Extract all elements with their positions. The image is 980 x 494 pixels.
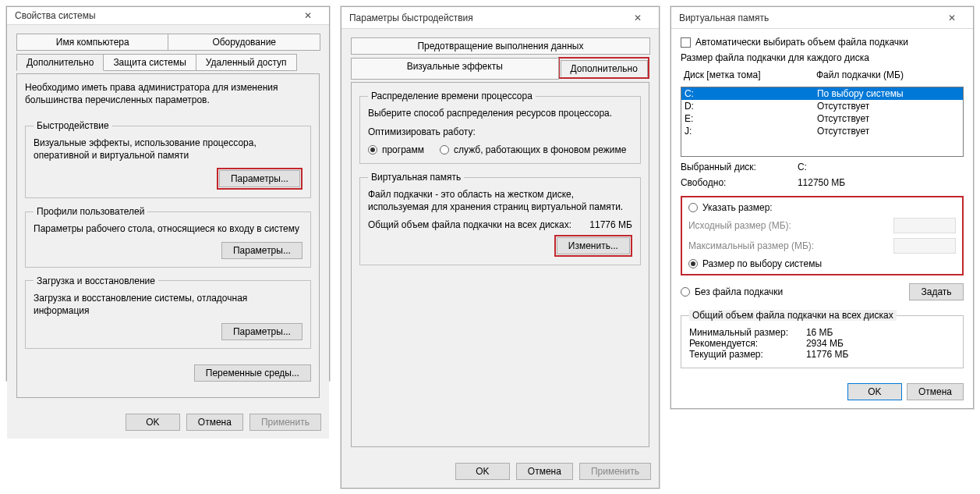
startup-desc: Загрузка и восстановление системы, отлад…: [34, 293, 302, 317]
cpu-scheduling-desc: Выберите способ распределения ресурсов п…: [368, 108, 632, 120]
total-pagefile-group: Общий объем файла подкачки на всех диска…: [681, 310, 964, 368]
auto-manage-checkbox[interactable]: Автоматически выбирать объем файла подка…: [681, 37, 964, 48]
max-size-input[interactable]: [893, 238, 956, 254]
tab-hardware[interactable]: Оборудование: [168, 34, 320, 51]
ok-button[interactable]: OK: [455, 463, 510, 480]
tabs-row-2: Визуальные эффекты Дополнительно: [351, 57, 649, 79]
auto-manage-label: Автоматически выбирать объем файла подка…: [695, 37, 908, 48]
set-button[interactable]: Задать: [909, 283, 964, 300]
tab-advanced[interactable]: Дополнительно: [16, 54, 104, 71]
tab-advanced[interactable]: Дополнительно: [561, 60, 648, 77]
radio-icon: [440, 145, 449, 155]
free-space-label: Свободно:: [681, 177, 798, 188]
window-title: Свойства системы: [15, 10, 96, 21]
ok-button[interactable]: OK: [126, 414, 180, 431]
drive-pagefile: По выбору системы: [817, 88, 960, 99]
titlebar[interactable]: Виртуальная память ✕: [671, 7, 973, 29]
min-size-label: Минимальный размер:: [689, 327, 806, 338]
tabs-row-1: Имя компьютера Оборудование: [16, 33, 320, 50]
startup-legend: Загрузка и восстановление: [34, 275, 158, 286]
radio-programs[interactable]: программ: [368, 144, 424, 155]
close-icon[interactable]: ✕: [936, 9, 968, 27]
drive-pagefile: Отсутствует: [817, 113, 960, 124]
highlight-change-button: Изменить...: [554, 235, 632, 257]
profiles-settings-button[interactable]: Параметры...: [221, 242, 302, 259]
initial-size-label: Исходный размер (МБ):: [688, 220, 886, 231]
drive-letter: C:: [685, 88, 817, 99]
tab-computer-name[interactable]: Имя компьютера: [16, 34, 168, 51]
titlebar[interactable]: Параметры быстродействия ✕: [341, 7, 659, 29]
tab-panel-advanced: Распределение времени процессора Выберит…: [351, 82, 649, 447]
radio-programs-label: программ: [382, 144, 424, 155]
radio-custom-label: Указать размер:: [702, 202, 773, 213]
drive-letter: E:: [685, 113, 817, 124]
tab-visual-effects[interactable]: Визуальные эффекты: [351, 58, 559, 80]
drive-letter: D:: [685, 101, 817, 112]
tab-system-protection[interactable]: Защита системы: [103, 54, 196, 71]
performance-settings-button[interactable]: Параметры...: [219, 170, 300, 187]
current-size-label: Текущий размер:: [689, 349, 806, 360]
cpu-scheduling-group: Распределение времени процессора Выберит…: [359, 91, 641, 164]
radio-custom-size[interactable]: Указать размер:: [688, 202, 956, 213]
change-button[interactable]: Изменить...: [557, 237, 630, 254]
list-item[interactable]: D: Отсутствует: [681, 100, 963, 112]
cpu-scheduling-legend: Распределение времени процессора: [368, 91, 536, 101]
list-item[interactable]: J: Отсутствует: [681, 125, 963, 137]
system-properties-window: Свойства системы ✕ Имя компьютера Оборуд…: [6, 6, 330, 381]
admin-note: Необходимо иметь права администратора дл…: [25, 82, 311, 106]
ok-button[interactable]: OK: [847, 383, 902, 400]
drive-pagefile: Отсутствует: [817, 126, 960, 137]
current-size-value: 11776 МБ: [806, 349, 955, 360]
profiles-legend: Профили пользователей: [34, 206, 147, 217]
startup-settings-button[interactable]: Параметры...: [221, 323, 302, 340]
highlight-size-options: Указать размер: Исходный размер (МБ): Ма…: [681, 196, 964, 275]
drive-listbox[interactable]: C: По выбору системы D: Отсутствует E: О…: [681, 87, 964, 157]
virtual-memory-window: Виртуальная память ✕ Автоматически выбир…: [670, 6, 974, 409]
radio-system-label: Размер по выбору системы: [702, 258, 822, 269]
initial-size-input[interactable]: [893, 218, 956, 233]
vm-total-label: Общий объем файла подкачки на всех диска…: [368, 219, 589, 230]
dialog-buttons: OK Отмена: [681, 383, 964, 400]
radio-icon: [688, 203, 698, 212]
radio-no-pagefile[interactable]: Без файла подкачки: [681, 286, 901, 297]
header-disk: Диск [метка тома]: [681, 68, 813, 82]
close-icon[interactable]: ✕: [621, 9, 654, 27]
titlebar[interactable]: Свойства системы ✕: [7, 7, 329, 25]
radio-icon: [688, 259, 698, 268]
highlight-performance-button: Параметры...: [217, 168, 302, 190]
per-drive-label: Размер файла подкачки для каждого диска: [681, 52, 964, 63]
recommended-value: 2934 МБ: [806, 338, 955, 349]
performance-options-window: Параметры быстродействия ✕ Предотвращени…: [341, 6, 660, 489]
free-space-row: Свободно: 112750 МБ: [681, 177, 964, 188]
close-icon[interactable]: ✕: [292, 7, 324, 24]
virtual-memory-legend: Виртуальная память: [368, 172, 464, 183]
performance-legend: Быстродействие: [34, 120, 112, 131]
dialog-buttons: OK Отмена Применить: [341, 455, 659, 488]
list-item[interactable]: C: По выбору системы: [681, 87, 963, 100]
tab-remote[interactable]: Удаленный доступ: [196, 54, 297, 71]
env-vars-button[interactable]: Переменные среды...: [194, 364, 311, 382]
startup-group: Загрузка и восстановление Загрузка и вос…: [25, 275, 311, 349]
radio-system-managed[interactable]: Размер по выбору системы: [688, 258, 956, 269]
selected-drive-row: Выбранный диск: C:: [681, 162, 964, 172]
window-title: Виртуальная память: [679, 12, 769, 23]
tab-dep[interactable]: Предотвращение выполнения данных: [351, 37, 650, 55]
list-item[interactable]: E: Отсутствует: [681, 112, 963, 125]
cancel-button[interactable]: Отмена: [186, 414, 243, 431]
drive-list-header: Диск [метка тома] Файл подкачки (МБ): [681, 68, 964, 82]
apply-button[interactable]: Применить: [249, 414, 321, 431]
window-title: Параметры быстродействия: [349, 12, 473, 23]
radio-services[interactable]: служб, работающих в фоновом режиме: [440, 144, 626, 155]
cancel-button[interactable]: Отмена: [907, 383, 964, 400]
dialog-buttons: OK Отмена Применить: [7, 406, 329, 439]
performance-group: Быстродействие Визуальные эффекты, испол…: [25, 120, 311, 198]
cancel-button[interactable]: Отмена: [516, 463, 573, 480]
tab-panel-advanced: Необходимо иметь права администратора дл…: [16, 73, 320, 398]
free-space-value: 112750 МБ: [798, 177, 964, 188]
selected-drive-label: Выбранный диск:: [681, 162, 798, 172]
checkbox-icon: [681, 37, 691, 48]
apply-button[interactable]: Применить: [579, 463, 651, 480]
profiles-group: Профили пользователей Параметры рабочего…: [25, 206, 311, 268]
drive-letter: J:: [685, 126, 817, 137]
header-pagefile: Файл подкачки (МБ): [813, 68, 964, 82]
